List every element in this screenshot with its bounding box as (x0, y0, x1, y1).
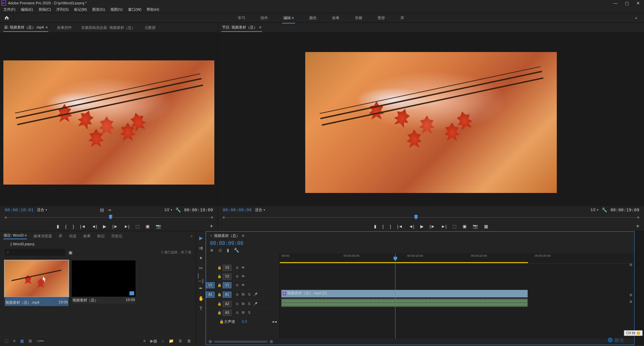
source-timecode-in[interactable]: 00:00:10:01 (5, 207, 34, 212)
button-editor[interactable]: + (210, 223, 213, 229)
solo-button[interactable]: S (246, 311, 252, 314)
timeline-scrollbar[interactable] (206, 339, 634, 345)
sort-icon[interactable]: ≡ (143, 339, 146, 343)
extract-button[interactable]: ▣ (463, 224, 467, 229)
workspace-learn[interactable]: 学习 (236, 13, 247, 22)
zoom-slider[interactable]: ○━━ (37, 339, 44, 343)
mark-out-button[interactable]: } (73, 224, 74, 229)
pen-tool[interactable]: ✒ (198, 285, 204, 292)
mark-in-button[interactable]: { (382, 224, 384, 229)
new-bin-icon[interactable]: ▣ (68, 250, 72, 255)
timeline-settings-button[interactable]: 🔧 (234, 248, 239, 253)
close-button[interactable]: ✕ (636, 1, 640, 6)
new-bin-button[interactable]: 📁 (169, 339, 174, 343)
step-back-button[interactable]: ◄| (409, 224, 414, 229)
track-header-a3[interactable]: 🔒A3⊙MS (206, 308, 279, 317)
track-header-a2[interactable]: 🔒A2⊙MS🎤 (206, 300, 279, 308)
tab-info[interactable]: 信息 (69, 234, 76, 239)
list-view-button[interactable]: ≡ (13, 339, 15, 343)
program-monitor[interactable] (218, 32, 644, 206)
source-scrubber[interactable] (5, 213, 213, 221)
menu-help[interactable]: 帮助(H) (145, 6, 161, 13)
sync-lock-icon[interactable]: ⊙ (234, 283, 240, 287)
program-timecode-in[interactable]: 00:00:09:00 (223, 207, 252, 212)
workspace-libraries[interactable]: 库 (399, 13, 406, 22)
track-target[interactable]: V1 (223, 282, 231, 288)
selection-tool[interactable]: ▶ (198, 235, 204, 241)
lock-icon[interactable]: 🔒 (216, 302, 223, 306)
solo-button[interactable]: S (246, 293, 252, 296)
track-header-v3[interactable]: 🔒V3⊙👁 (206, 263, 279, 272)
wrench-icon[interactable]: 🔧 (175, 207, 181, 212)
playhead[interactable] (395, 253, 395, 339)
workspace-menu-icon[interactable]: ≡ (292, 16, 294, 20)
tab-markers[interactable]: 标记 (97, 234, 105, 239)
go-to-in-button[interactable]: |◄ (80, 224, 86, 229)
comparison-view-button[interactable]: ▦ (484, 224, 488, 229)
menu-file[interactable]: 文件(F) (1, 6, 17, 13)
add-marker-button[interactable]: ▮ (57, 224, 59, 229)
tab-media-browser[interactable]: 媒体浏览器 (34, 234, 52, 239)
tab-libraries[interactable]: 库 (59, 234, 62, 239)
asset-thumbnail[interactable]: 视频素材（总）.mp419:09 (5, 260, 68, 306)
linked-selection-button[interactable]: ⊙ (218, 248, 222, 253)
source-monitor[interactable] (0, 32, 218, 206)
maximize-button[interactable]: ▢ (625, 1, 629, 6)
track-header-a1[interactable]: A1🔒A1⊙MS🎤 (206, 290, 279, 300)
find-button[interactable]: ⌕ (162, 339, 164, 343)
mute-button[interactable]: M (240, 311, 246, 314)
program-scrubber[interactable] (223, 213, 639, 221)
eye-icon[interactable]: 👁 (240, 275, 246, 278)
mark-out-button[interactable]: } (390, 224, 391, 229)
play-button[interactable]: ▶ (420, 224, 424, 229)
button-editor[interactable]: + (636, 223, 639, 229)
track-select-tool[interactable]: ⇉ (198, 245, 204, 251)
step-forward-button[interactable]: |► (430, 224, 435, 229)
source-fit-dropdown[interactable]: 适合 ▾ (37, 207, 47, 212)
lock-icon[interactable]: 🔒 (216, 311, 223, 314)
automate-to-sequence-button[interactable]: ▶▦ (150, 339, 157, 343)
tab-history[interactable]: 历史记 (111, 234, 122, 239)
track-target[interactable]: A2 (223, 301, 231, 307)
lock-icon[interactable]: 🔒 (216, 266, 223, 269)
track-area[interactable]: :00:00 00:00:05:00 00:00:10:00 00:00:15:… (280, 253, 634, 339)
track-header-v1[interactable]: V1🔒V1⊙👁 (206, 281, 279, 290)
lift-button[interactable]: ⬚ (452, 224, 457, 229)
tab-audio-mixer[interactable]: 音频剪辑混合器: 视频素材（总） (80, 24, 136, 32)
source-res-dropdown[interactable]: 1/2 ▾ (164, 208, 172, 212)
asset-thumbnail[interactable]: 视频素材（总）19:09 (72, 260, 136, 304)
voiceover-button[interactable]: 🎤 (252, 302, 258, 306)
menu-clip[interactable]: 剪辑(C) (37, 6, 53, 13)
hand-tool[interactable]: ✋ (198, 295, 204, 302)
go-to-out-button[interactable]: ►| (441, 224, 446, 229)
play-button[interactable]: ▶ (103, 224, 106, 229)
tab-source[interactable]: 源: 视频素材（总）.mp4≡ (3, 23, 48, 32)
eye-icon[interactable]: 👁 (240, 283, 246, 287)
mute-button[interactable]: M (240, 293, 246, 296)
menu-marker[interactable]: 标记(M) (72, 6, 89, 13)
workspace-graphics[interactable]: 图形 (376, 13, 386, 22)
step-icon[interactable]: ⇥ (107, 207, 111, 212)
panel-menu-icon[interactable]: ≡ (242, 234, 244, 238)
new-item-button[interactable]: 🗎 (178, 339, 182, 343)
sync-lock-icon[interactable]: ⊙ (234, 266, 240, 269)
source-patch[interactable]: V1 (206, 282, 215, 288)
workspace-assembly[interactable]: 组件 (259, 13, 269, 22)
collapse-icon[interactable]: ▸◂ (273, 319, 277, 324)
master-track[interactable]: 🔒主声道0.0▸◂ (206, 317, 279, 326)
slip-tool[interactable]: |↔| (198, 275, 204, 282)
workspace-color[interactable]: 颜色 (308, 13, 318, 22)
search-input[interactable] (5, 249, 65, 256)
safe-margins-icon[interactable]: ▤ (100, 207, 104, 212)
go-to-out-button[interactable]: ►| (124, 224, 129, 229)
minimize-button[interactable]: — (613, 1, 618, 6)
tab-metadata[interactable]: 元数据 (144, 24, 156, 32)
sync-lock-icon[interactable]: ⊙ (234, 311, 240, 314)
snap-button[interactable]: ⋇ (210, 248, 214, 253)
menu-edit[interactable]: 编辑(E) (19, 6, 35, 13)
menu-sequence[interactable]: 序列(S) (54, 6, 71, 13)
tab-project[interactable]: 项目: Word3 ≡ (3, 233, 27, 239)
source-patch[interactable]: A1 (206, 292, 215, 298)
overwrite-button[interactable]: ▣ (146, 224, 150, 229)
tab-program[interactable]: 节目: 视频素材（总）≡ (221, 23, 262, 32)
